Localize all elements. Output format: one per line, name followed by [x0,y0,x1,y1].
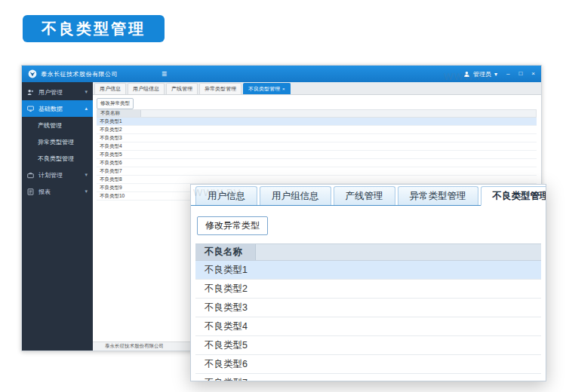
cell-defect-name: 不良类型6 [97,160,140,167]
overlay-tab-bar: 用户信息 用户组信息 产线管理 异常类型管理 不良类型管理 [191,185,546,206]
close-button[interactable]: × [531,71,535,77]
cell-defect-name: 不良类型4 [97,143,140,150]
hamburger-menu-icon[interactable]: ≡ [161,69,167,78]
tab-label: 异常类型管理 [205,85,236,93]
page-title: 不良类型管理 [23,15,165,42]
table-row[interactable]: 不良类型1 [97,118,537,126]
chevron-down-icon: ▾ [85,172,88,178]
tab-label: 用户组信息 [133,85,159,93]
table-row[interactable]: 不良类型5 [97,151,537,159]
sidebar-item-label: 计划管理 [38,171,63,179]
zoom-overlay-panel: 用户信息 用户组信息 产线管理 异常类型管理 不良类型管理 修改异常类型 不良名… [190,184,546,381]
table-row[interactable]: 不良类型7 [195,374,541,381]
cell-defect-name: 不良类型2 [97,127,140,133]
defect-type-table: 不良名称 不良类型1 不良类型2 不良类型3 不良类型4 不良类型5 不良类型6… [195,243,541,381]
sidebar-item-label: 不良类型管理 [38,155,74,163]
user-name: 管理员 [473,70,491,78]
table-row[interactable]: 不良类型5 [195,336,541,355]
sidebar-item-defect-type[interactable]: 不良类型管理 [22,150,93,167]
chevron-down-icon: ▾ [85,89,88,95]
sidebar-item-user-management[interactable]: 用户管理 ▾ [22,84,93,100]
tab-user-group-info[interactable]: 用户组信息 [128,83,165,94]
tab-label: 产线管理 [346,190,383,203]
table-row[interactable]: 不良类型8 [97,176,537,184]
table-row[interactable]: 不良类型6 [195,355,541,374]
modify-exception-type-button[interactable]: 修改异常类型 [97,98,134,109]
report-icon [27,188,35,195]
tab-defect-type[interactable]: 不良类型管理 [481,186,547,206]
tab-user-group-info[interactable]: 用户组信息 [260,186,331,205]
table-row[interactable]: 不良类型3 [97,134,537,142]
sidebar-item-production-line[interactable]: 产线管理 [22,117,93,133]
cell-defect-name: 不良类型1 [97,118,140,125]
sidebar-item-label: 产线管理 [38,121,62,130]
table-header-row: 不良名称 [195,243,541,261]
sidebar-item-label: 报表 [38,188,51,196]
tab-label: 异常类型管理 [410,190,466,203]
table-row[interactable]: 不良类型1 [195,261,541,280]
sidebar-item-basic-data[interactable]: 基础数据 ▴ [22,100,93,117]
sidebar-item-plan-management[interactable]: 计划管理 ▾ [22,167,93,183]
maximize-button[interactable]: □ [518,71,522,77]
tab-label: 用户信息 [100,85,121,93]
window-titlebar: 泰永长征技术股份有限公司 ≡ 管理员 ▾ – □ × [22,66,541,82]
column-header-defect-name: 不良名称 [97,110,141,117]
cell-defect-name: 不良类型1 [195,264,256,277]
user-icon [463,71,470,78]
cell-defect-name: 不良类型3 [97,135,140,142]
chevron-up-icon: ▴ [85,106,88,112]
tab-exception-type[interactable]: 异常类型管理 [199,83,241,94]
company-name: 泰永长征技术股份有限公司 [41,70,118,78]
column-header-defect-name: 不良名称 [195,244,256,260]
app-logo-icon [28,69,37,78]
tab-production-line[interactable]: 产线管理 [166,83,198,94]
tab-label: 用户信息 [208,190,245,203]
table-row[interactable]: 不良类型4 [97,142,537,151]
tab-label: 产线管理 [171,85,192,93]
sidebar-item-reports[interactable]: 报表 ▾ [22,183,93,200]
sidebar-item-label: 异常类型管理 [38,138,74,146]
chevron-down-icon: ▾ [494,71,497,78]
status-company: 泰永长征技术股份有限公司 [105,343,164,350]
tab-bar: 用户信息 用户组信息 产线管理 异常类型管理 不良类型管理 × [93,82,541,95]
cell-defect-name: 不良类型6 [195,358,256,371]
tab-user-info[interactable]: 用户信息 [94,83,126,94]
tab-close-icon[interactable]: × [282,87,285,91]
table-row[interactable]: 不良类型4 [195,317,541,336]
table-row[interactable]: 不良类型2 [195,280,541,299]
tab-label: 用户组信息 [272,190,319,203]
tab-user-info[interactable]: 用户信息 [195,186,257,205]
cell-defect-name: 不良类型2 [195,283,256,296]
cell-defect-name: 不良类型5 [195,339,256,352]
sidebar-item-exception-type[interactable]: 异常类型管理 [22,133,93,150]
sidebar-item-label: 基础数据 [38,105,63,113]
cell-defect-name: 不良类型5 [97,152,140,158]
cell-defect-name: 不良类型10 [97,193,140,200]
sidebar-item-label: 用户管理 [38,88,63,96]
monitor-icon [27,106,35,112]
cell-defect-name: 不良类型4 [195,320,256,333]
tab-defect-type[interactable]: 不良类型管理 × [243,83,291,94]
table-row[interactable]: 不良类型2 [97,126,537,134]
modify-exception-type-button[interactable]: 修改异常类型 [197,216,268,235]
sidebar: 用户管理 ▾ 基础数据 ▴ 产线管理 异常类型管理 不良类型管理 计划管理 ▾ [22,82,93,351]
table-row[interactable]: 不良类型6 [97,159,537,167]
cell-defect-name: 不良类型7 [97,168,140,175]
cell-defect-name: 不良类型8 [97,176,140,183]
tab-label: 不良类型管理 [248,85,280,93]
tab-label: 不良类型管理 [493,190,547,203]
table-row[interactable]: 不良类型7 [97,167,537,176]
tab-production-line[interactable]: 产线管理 [334,186,395,205]
table-header-row: 不良名称 [97,109,537,118]
briefcase-icon [27,172,35,179]
cell-defect-name: 不良类型3 [195,302,256,314]
user-menu[interactable]: 管理员 ▾ [463,70,497,78]
cell-defect-name: 不良类型9 [97,185,140,191]
tab-exception-type[interactable]: 异常类型管理 [398,186,478,205]
cell-defect-name: 不良类型7 [195,377,256,382]
minimize-button[interactable]: – [506,71,509,77]
table-row[interactable]: 不良类型3 [195,299,541,317]
users-icon [27,89,35,96]
chevron-down-icon: ▾ [85,188,88,194]
